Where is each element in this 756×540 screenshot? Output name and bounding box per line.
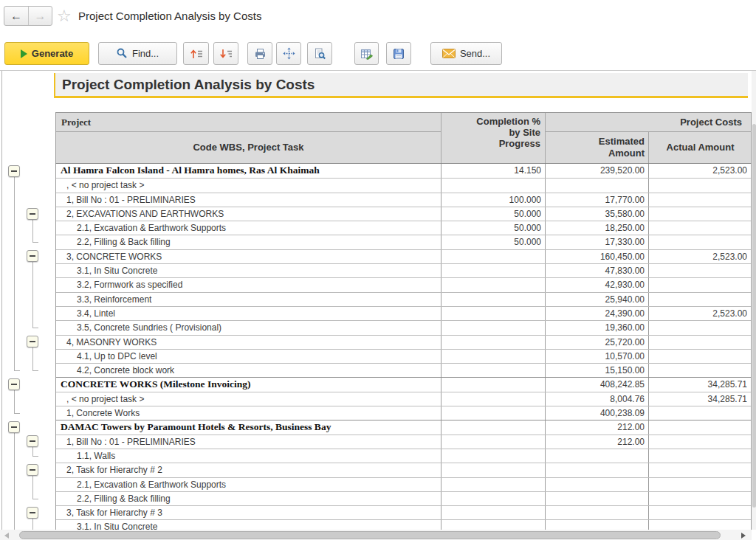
estimated-cell[interactable]: 160,450.00 bbox=[546, 250, 649, 263]
preview-button[interactable] bbox=[307, 42, 332, 65]
table-row[interactable]: CONCRETE WORKS (Milestone Invoicing)408,… bbox=[56, 377, 751, 391]
actual-cell[interactable] bbox=[649, 420, 751, 434]
table-row[interactable]: 1.1, Walls bbox=[56, 449, 751, 463]
completion-cell[interactable] bbox=[441, 278, 546, 291]
table-row[interactable]: 2.2, Filling & Back filling50.00017,330.… bbox=[56, 235, 751, 249]
actual-cell[interactable] bbox=[649, 506, 751, 519]
task-cell[interactable]: 2.2, Filling & Back filling bbox=[56, 235, 441, 249]
task-cell[interactable]: , < no project task > bbox=[56, 392, 441, 406]
estimated-cell[interactable]: 212.00 bbox=[546, 435, 649, 449]
task-cell[interactable]: 1, Bill No : 01 - PRELIMINARIES bbox=[56, 435, 441, 449]
actual-cell[interactable] bbox=[649, 264, 751, 277]
horizontal-scrollbar-thumb[interactable] bbox=[19, 531, 721, 539]
task-cell[interactable]: , < no project task > bbox=[56, 179, 441, 192]
task-cell[interactable]: 4, MASONRY WORKS bbox=[56, 336, 441, 349]
table-row[interactable]: 2.1, Excavation & Earthwork Supports50.0… bbox=[56, 221, 751, 235]
estimated-cell[interactable] bbox=[546, 478, 649, 491]
table-row[interactable]: 3.2, Formwork as specified42,930.00 bbox=[56, 277, 751, 291]
task-cell[interactable]: 3.4, Lintel bbox=[56, 307, 441, 320]
estimated-cell[interactable]: 408,242.85 bbox=[546, 378, 649, 391]
estimated-cell[interactable] bbox=[546, 520, 649, 530]
collapse-group-button[interactable] bbox=[27, 435, 38, 447]
estimated-cell[interactable] bbox=[546, 506, 649, 519]
estimated-cell[interactable]: 25,720.00 bbox=[546, 336, 649, 349]
task-cell[interactable]: 3.5, Concrete Sundries ( Provisional) bbox=[56, 321, 441, 334]
save-button[interactable] bbox=[386, 42, 411, 65]
actual-cell[interactable]: 2,523.00 bbox=[649, 250, 751, 263]
estimated-cell[interactable]: 400,238.09 bbox=[546, 406, 649, 420]
collapse-group-button[interactable] bbox=[8, 165, 20, 177]
completion-cell[interactable] bbox=[441, 520, 546, 530]
completion-cell[interactable] bbox=[441, 392, 546, 406]
table-row[interactable]: 1, Concrete Works400,238.09 bbox=[56, 406, 751, 420]
col-header-completion[interactable]: Completion % by Site Progress bbox=[441, 113, 546, 163]
actual-cell[interactable] bbox=[649, 179, 751, 192]
completion-cell[interactable] bbox=[441, 478, 546, 491]
table-row[interactable]: 3.5, Concrete Sundries ( Provisional)19,… bbox=[56, 320, 751, 334]
task-cell[interactable]: CONCRETE WORKS (Milestone Invoicing) bbox=[56, 378, 441, 391]
completion-cell[interactable] bbox=[441, 250, 546, 263]
actual-cell[interactable]: 34,285.71 bbox=[649, 392, 751, 406]
expand-levels-button[interactable] bbox=[213, 42, 238, 65]
task-cell[interactable]: 4.1, Up to DPC level bbox=[56, 350, 441, 363]
table-row[interactable]: 3.3, Reinforcement25,940.00 bbox=[56, 292, 751, 306]
completion-cell[interactable]: 50.000 bbox=[441, 221, 546, 235]
actual-cell[interactable] bbox=[649, 235, 751, 249]
completion-cell[interactable] bbox=[441, 364, 546, 377]
col-header-estimated[interactable]: Estimated Amount bbox=[546, 132, 649, 163]
completion-cell[interactable] bbox=[441, 321, 546, 334]
estimated-cell[interactable]: 17,770.00 bbox=[546, 193, 649, 207]
estimated-cell[interactable]: 18,250.00 bbox=[546, 221, 649, 235]
table-row[interactable]: Al Hamra Falcon Island - Al Hamra homes,… bbox=[56, 164, 751, 178]
table-row[interactable]: 3.1, In Situ Concrete bbox=[56, 519, 751, 530]
actual-cell[interactable] bbox=[649, 364, 751, 377]
completion-cell[interactable]: 50.000 bbox=[441, 207, 546, 221]
task-cell[interactable]: 1, Bill No : 01 - PRELIMINARIES bbox=[56, 193, 441, 207]
estimated-cell[interactable]: 8,004.76 bbox=[546, 392, 649, 406]
estimated-cell[interactable]: 35,580.00 bbox=[546, 207, 649, 221]
task-cell[interactable]: 2.1, Excavation & Earthwork Supports bbox=[56, 221, 441, 235]
collapse-group-button[interactable] bbox=[8, 378, 20, 390]
task-cell[interactable]: Al Hamra Falcon Island - Al Hamra homes,… bbox=[56, 164, 441, 178]
actual-cell[interactable] bbox=[649, 478, 751, 491]
estimated-cell[interactable] bbox=[546, 179, 649, 192]
table-row[interactable]: 1, Bill No : 01 - PRELIMINARIES212.00 bbox=[56, 435, 751, 449]
table-row[interactable]: 3, CONCRETE WORKS160,450.002,523.00 bbox=[56, 249, 751, 263]
completion-cell[interactable]: 100.000 bbox=[441, 193, 546, 207]
task-cell[interactable]: DAMAC Towers by Paramount Hotels & Resor… bbox=[56, 420, 441, 434]
estimated-cell[interactable]: 47,830.00 bbox=[546, 264, 649, 277]
table-row[interactable]: 1, Bill No : 01 - PRELIMINARIES100.00017… bbox=[56, 193, 751, 207]
table-row[interactable]: 4.2, Concrete block work15,150.00 bbox=[56, 363, 751, 377]
estimated-cell[interactable] bbox=[546, 449, 649, 463]
task-cell[interactable]: 3.1, In Situ Concrete bbox=[56, 520, 441, 530]
completion-cell[interactable] bbox=[441, 435, 546, 449]
vertical-scrollbar-thumb[interactable] bbox=[752, 124, 756, 508]
completion-cell[interactable] bbox=[441, 293, 546, 306]
task-cell[interactable]: 2.1, Excavation & Earthwork Supports bbox=[56, 478, 441, 491]
completion-cell[interactable] bbox=[441, 378, 546, 391]
estimated-cell[interactable]: 25,940.00 bbox=[546, 293, 649, 306]
favorite-star-icon[interactable]: ☆ bbox=[57, 7, 72, 26]
task-cell[interactable]: 1, Concrete Works bbox=[56, 406, 441, 420]
collapse-group-button[interactable] bbox=[27, 250, 38, 262]
generate-button[interactable]: Generate bbox=[4, 42, 89, 65]
table-row[interactable]: , < no project task > bbox=[56, 178, 751, 192]
scroll-right-arrow-icon[interactable] bbox=[741, 533, 746, 539]
actual-cell[interactable] bbox=[649, 221, 751, 235]
find-button[interactable]: Find... bbox=[98, 42, 177, 65]
table-row[interactable]: 2.2, Filling & Back filling bbox=[56, 491, 751, 505]
table-row[interactable]: DAMAC Towers by Paramount Hotels & Resor… bbox=[56, 420, 751, 434]
table-row[interactable]: 4.1, Up to DPC level10,570.00 bbox=[56, 349, 751, 363]
task-cell[interactable]: 4.2, Concrete block work bbox=[56, 364, 441, 377]
collapse-group-button[interactable] bbox=[27, 208, 38, 220]
completion-cell[interactable] bbox=[441, 406, 546, 420]
actual-cell[interactable] bbox=[649, 278, 751, 291]
actual-cell[interactable] bbox=[649, 435, 751, 449]
actual-cell[interactable]: 2,523.00 bbox=[649, 164, 751, 178]
col-header-actual[interactable]: Actual Amount bbox=[649, 132, 752, 163]
completion-cell[interactable] bbox=[441, 336, 546, 349]
collapse-levels-button[interactable] bbox=[183, 42, 209, 65]
estimated-cell[interactable]: 42,930.00 bbox=[546, 278, 649, 291]
completion-cell[interactable]: 14.150 bbox=[441, 164, 546, 178]
table-row[interactable]: 3, Task for Hierarchy # 3 bbox=[56, 505, 751, 519]
